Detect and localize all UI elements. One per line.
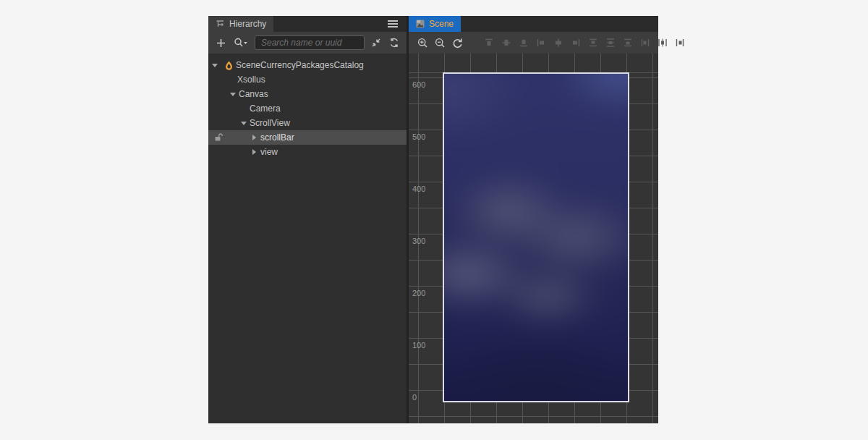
scene-tab-label: Scene xyxy=(429,19,454,29)
ruler-label: 500 xyxy=(412,132,434,141)
canvas-background-image xyxy=(443,72,629,402)
tree-item-label: SceneCurrencyPackagesCatalog xyxy=(236,60,364,70)
distribute-top-icon[interactable] xyxy=(587,36,600,49)
tree-row-camera[interactable]: Camera xyxy=(208,101,407,116)
expand-arrow-icon[interactable] xyxy=(230,93,236,96)
tab-hierarchy[interactable]: Hierarchy xyxy=(208,16,273,32)
add-node-icon[interactable] xyxy=(214,36,227,49)
search-filter-icon[interactable] xyxy=(232,36,250,49)
align-bottom-icon[interactable] xyxy=(517,36,530,49)
tree-item-label: ScrollView xyxy=(250,118,290,128)
tree-item-label: Xsollus xyxy=(237,75,265,85)
search-input[interactable] xyxy=(255,35,365,50)
tree-item-label: Camera xyxy=(250,103,281,114)
hierarchy-tab-label: Hierarchy xyxy=(229,19,266,29)
align-v-center-icon[interactable] xyxy=(500,36,513,49)
zoom-out-icon[interactable] xyxy=(433,36,446,49)
tab-scene[interactable]: Scene xyxy=(409,16,461,32)
distribute-left-icon[interactable] xyxy=(639,36,652,49)
align-top-icon[interactable] xyxy=(482,36,495,49)
scene-canvas-node[interactable] xyxy=(443,72,629,402)
tree-row-view[interactable]: view xyxy=(208,145,407,159)
scene-tabbar: Scene xyxy=(409,16,658,32)
hierarchy-panel: Hierarchy xyxy=(208,16,407,423)
scene-flame-icon xyxy=(225,61,233,70)
ruler-label: 200 xyxy=(412,289,434,297)
expand-arrow-icon[interactable] xyxy=(241,122,247,125)
tree-row-canvas[interactable]: Canvas xyxy=(208,87,407,101)
ruler-label: 400 xyxy=(412,185,434,193)
collapse-arrow-icon[interactable] xyxy=(252,135,256,140)
tree-row-xsollus[interactable]: Xsollus xyxy=(208,72,407,87)
ruler-label: 300 xyxy=(412,237,434,245)
scene-image-icon xyxy=(416,20,425,28)
ruler-label: 0 xyxy=(412,393,434,402)
tree-item-label: Canvas xyxy=(239,89,268,99)
hierarchy-tabbar: Hierarchy xyxy=(208,16,407,32)
hierarchy-tree-icon xyxy=(216,20,225,29)
tree-row-scene-root[interactable]: SceneCurrencyPackagesCatalog xyxy=(208,58,407,72)
tree-item-label: view xyxy=(260,147,278,157)
hierarchy-toolbar xyxy=(208,32,407,54)
distribute-bottom-icon[interactable] xyxy=(621,36,634,49)
editor-window: Hierarchy xyxy=(0,0,868,440)
tree-row-scrollbar[interactable]: scrollBar xyxy=(208,130,407,145)
align-left-icon[interactable] xyxy=(535,36,548,49)
unlock-icon[interactable] xyxy=(214,132,223,142)
ruler-label: 100 xyxy=(412,341,434,350)
tree-item-label: scrollBar xyxy=(260,132,294,143)
expand-arrow-icon[interactable] xyxy=(212,64,218,67)
scene-toolbar xyxy=(409,32,658,54)
distribute-right-icon[interactable] xyxy=(673,36,686,49)
scene-viewport[interactable]: 600 500 400 300 200 100 0 xyxy=(409,54,658,423)
align-h-center-icon[interactable] xyxy=(552,36,565,49)
zoom-in-icon[interactable] xyxy=(416,36,429,49)
tree-row-scrollview[interactable]: ScrollView xyxy=(208,116,407,130)
collapse-arrow-icon[interactable] xyxy=(252,149,256,155)
align-right-icon[interactable] xyxy=(569,36,582,49)
panel-menu-icon[interactable] xyxy=(379,16,407,32)
scene-tabbar-spacer xyxy=(461,16,658,32)
refresh-icon[interactable] xyxy=(388,36,401,49)
collapse-all-icon[interactable] xyxy=(370,36,383,49)
hierarchy-tabbar-spacer xyxy=(273,16,379,32)
distribute-h-center-icon[interactable] xyxy=(656,36,669,49)
hierarchy-tree: SceneCurrencyPackagesCatalog Xsollus Can… xyxy=(208,54,407,423)
scene-panel: Scene xyxy=(409,16,658,423)
ruler-label: 600 xyxy=(412,80,434,89)
distribute-v-center-icon[interactable] xyxy=(604,36,617,49)
reset-view-icon[interactable] xyxy=(451,36,464,49)
